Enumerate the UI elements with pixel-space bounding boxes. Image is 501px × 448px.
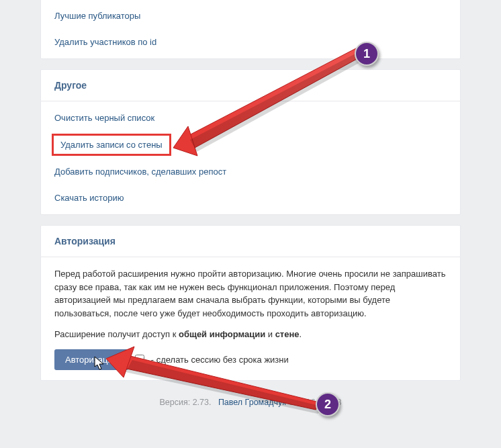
other-section-card: Другое Очистить черный список Удалить за… (40, 69, 461, 215)
session-lifetime-checkbox[interactable] (135, 355, 144, 364)
auth-controls-row: Авторизация - сделать сессию без срока ж… (54, 349, 447, 370)
auth-section-title: Авторизация (41, 226, 460, 257)
other-links-list: Очистить черный список Удалить записи со… (41, 101, 460, 214)
auth-p2-mid: и (265, 329, 275, 339)
footer: Версия: 2.73. Павел Громадчук © 2016 - 2… (40, 391, 461, 420)
top-links-list: Лучшие публикаторы Удалить участников по… (41, 0, 460, 58)
authorize-button[interactable]: Авторизация (54, 349, 128, 370)
link-best-publishers[interactable]: Лучшие публикаторы (41, 3, 460, 29)
footer-version: 2.73. (193, 398, 212, 407)
other-section-title: Другое (41, 70, 460, 101)
top-links-card: Лучшие публикаторы Удалить участников по… (40, 0, 461, 59)
footer-author-link[interactable]: Павел Громадчук (218, 398, 286, 407)
auth-p2-bold1: общей информации (179, 329, 265, 339)
footer-version-prefix: Версия: (159, 398, 192, 407)
auth-paragraph-2: Расширение получит доступ к общей информ… (54, 328, 447, 341)
link-download-history[interactable]: Скачать историю (41, 185, 460, 211)
auth-body: Перед работой расширения нужно пройти ав… (41, 257, 460, 380)
auth-p2-suffix: . (300, 329, 302, 339)
link-delete-members-by-id[interactable]: Удалить участников по id (41, 29, 460, 55)
footer-copyright: © 2016 - 2018 (286, 398, 342, 407)
auth-p2-bold2: стене (275, 329, 300, 339)
link-delete-wall-posts[interactable]: Удалить записи со стены (52, 134, 171, 156)
auth-section-card: Авторизация Перед работой расширения нуж… (40, 225, 461, 381)
link-add-repost-subscribers[interactable]: Добавить подписчиков, сделавших репост (41, 159, 460, 185)
auth-paragraph-1: Перед работой расширения нужно пройти ав… (54, 267, 447, 320)
link-clear-blacklist[interactable]: Очистить черный список (41, 105, 460, 131)
auth-p2-prefix: Расширение получит доступ к (54, 329, 179, 339)
session-lifetime-label: - сделать сессию без срока жизни (151, 355, 289, 365)
